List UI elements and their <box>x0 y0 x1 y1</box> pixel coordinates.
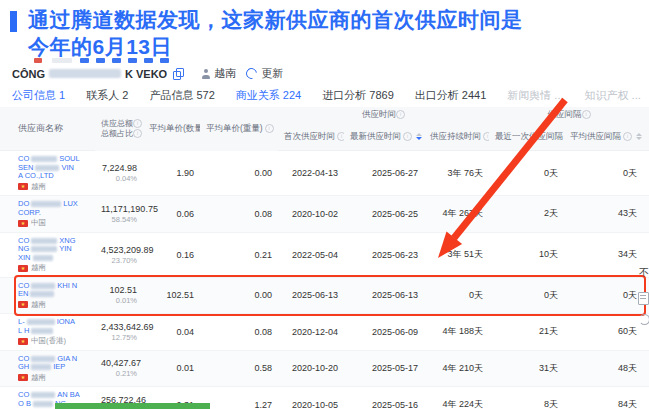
info-icon[interactable] <box>582 110 591 119</box>
supplier-name-fragment: LUX <box>63 199 78 208</box>
avg-interval-cell: 34天 <box>564 232 649 277</box>
col-header-label: 总额占比 <box>101 129 133 138</box>
country-flag-icon <box>18 374 28 381</box>
clipped-note-icon[interactable] <box>638 292 649 305</box>
country-tag: 越南 <box>18 264 89 273</box>
supplier-name-cell[interactable]: L-IONAL H中国(香港) <box>0 314 95 351</box>
country-flag-icon <box>18 338 28 345</box>
country-tag: 越南 <box>18 183 89 192</box>
recent-interval-cell: 10天 <box>489 232 564 277</box>
supplier-name-fragment: YIN <box>59 244 72 253</box>
supply-duration-cell: 4年 224天 <box>424 387 489 409</box>
supplier-name-fragment: KHI N <box>57 281 77 290</box>
refresh-label: 更新 <box>261 66 283 81</box>
latest-supply-cell: 2025-05-17 <box>344 350 424 387</box>
unit-price-qty-cell: 0.16 <box>143 232 200 277</box>
unit-price-wt-cell: 0.00 <box>200 151 278 196</box>
col-header-supply-duration[interactable]: 供应持续时间 <box>424 123 489 151</box>
unit-price-wt-cell: 0.58 <box>200 350 278 387</box>
redacted-text <box>31 283 55 289</box>
supply-total-cell: 102.510.01% <box>95 277 143 314</box>
latest-supply-cell: 2025-06-27 <box>344 151 424 196</box>
col-header-supplier-name[interactable]: 供应商名称 <box>0 107 95 151</box>
supplier-name-fragment: EN <box>18 289 28 298</box>
col-header-label: 首次供应时间 <box>284 131 335 143</box>
company-country: 越南 <box>201 66 236 81</box>
sort-carets-icon[interactable] <box>416 133 422 141</box>
unit-price-wt-cell: 0.08 <box>200 196 278 233</box>
recent-interval-cell: 31天 <box>489 350 564 387</box>
info-icon[interactable] <box>337 132 344 141</box>
info-icon[interactable] <box>483 132 489 141</box>
latest-supply-cell: 2025-05-16 <box>344 387 424 409</box>
info-icon[interactable] <box>265 124 274 133</box>
country-tag-label: 中国(香港) <box>31 337 66 346</box>
supplier-name-fragment: L H <box>18 326 29 335</box>
first-supply-cell: 2020-10-02 <box>278 196 344 233</box>
table-row[interactable]: COXNGNGYINXIN越南4,523,209.8923.70%0.160.2… <box>0 232 649 277</box>
redacted-text <box>31 364 51 370</box>
info-icon[interactable] <box>133 119 142 128</box>
redacted-text <box>31 392 55 398</box>
info-icon[interactable] <box>403 132 412 141</box>
supplier-name-fragment: CORP. <box>18 208 41 217</box>
col-header-supply-total[interactable]: 供应总额 总额占比 <box>95 107 143 151</box>
group-header-supply-interval: 供应间隔 <box>489 107 649 123</box>
table-row[interactable]: DOLUXCORP.中国11,171,190.7558.54%0.060.082… <box>0 196 649 233</box>
avg-interval-cell: 0天 <box>564 277 649 314</box>
unit-price-qty-cell: 102.51 <box>143 277 200 314</box>
table-row[interactable]: COSOULSENVINA CO.,LTD越南7,224.980.04%1.90… <box>0 151 649 196</box>
col-header-recent-interval[interactable]: 最近一次供应间隔 <box>489 123 564 151</box>
first-supply-cell: 2022-05-04 <box>278 232 344 277</box>
table-row[interactable]: COKHI NEN越南102.510.01%102.510.002025-06-… <box>0 277 649 314</box>
supply-total-cell: 40,427.670.21% <box>95 350 143 387</box>
latest-supply-cell: 2025-06-13 <box>344 277 424 314</box>
copy-icon[interactable] <box>173 68 183 79</box>
col-header-avg-interval[interactable]: 平均供应间隔 <box>564 123 649 151</box>
refresh-button[interactable]: 更新 <box>246 66 283 81</box>
recent-interval-cell: 0天 <box>489 151 564 196</box>
country-flag-icon <box>18 265 28 272</box>
latest-supply-cell: 2025-06-25 <box>344 196 424 233</box>
supply-total-cell: 2,433,642.6912.75% <box>95 314 143 351</box>
supplier-name-fragment: XIN <box>18 253 31 262</box>
first-supply-cell: 2020-12-04 <box>278 314 344 351</box>
unit-price-qty-cell: 1.90 <box>143 151 200 196</box>
sort-carets-icon[interactable] <box>636 133 642 141</box>
page-title-line1: 通过腾道数据发现，这家新供应商的首次供应时间是 <box>28 6 640 33</box>
col-header-label: 平均单价(数量) <box>149 123 200 135</box>
col-header-unit-price-wt[interactable]: 平均单价(重量) <box>200 107 278 151</box>
redacted-company-name <box>49 69 121 78</box>
info-icon[interactable] <box>623 132 632 141</box>
group-header-label: 供应间隔 <box>548 109 582 119</box>
info-icon[interactable] <box>133 129 142 138</box>
supplier-name-cell[interactable]: DOLUXCORP.中国 <box>0 196 95 233</box>
table-row[interactable]: COGIA NGHIEP越南40,427.670.21%0.010.582020… <box>0 350 649 387</box>
redacted-text <box>31 156 57 162</box>
supplier-name-cell[interactable]: COXNGNGYINXIN越南 <box>0 232 95 277</box>
recent-interval-cell: 8天 <box>489 387 564 409</box>
country-tag: 越南 <box>18 374 89 383</box>
supplier-name-cell[interactable]: COSOULSENVINA CO.,LTD越南 <box>0 151 95 196</box>
supply-total-cell: 7,224.980.04% <box>95 151 143 196</box>
supplier-name-cell[interactable]: COKHI NEN越南 <box>0 277 95 314</box>
col-header-first-supply[interactable]: 首次供应时间 <box>278 123 344 151</box>
table-row[interactable]: L-IONAL H中国(香港)2,433,642.6912.75%0.040.0… <box>0 314 649 351</box>
supplier-name-fragment: VIN <box>61 163 74 172</box>
col-header-label: 最新供应时间 <box>350 131 401 143</box>
country-flag-icon <box>18 220 28 227</box>
info-icon[interactable] <box>396 110 405 119</box>
company-name-suffix: K VEKO <box>125 68 167 80</box>
supplier-name-cell[interactable]: COGIA NGHIEP越南 <box>0 350 95 387</box>
col-header-latest-supply[interactable]: 最新供应时间 <box>344 123 424 151</box>
group-header-label: 供应时间 <box>362 109 396 119</box>
col-header-unit-price-qty[interactable]: 平均单价(数量) <box>143 107 200 151</box>
col-header-label: 供应持续时间 <box>430 131 481 143</box>
country-tag: 越南 <box>18 301 89 310</box>
country-tag-label: 越南 <box>31 183 46 192</box>
avg-interval-cell: 0天 <box>564 151 649 196</box>
redacted-text <box>31 328 53 334</box>
avg-interval-cell: 84天 <box>564 387 649 409</box>
unit-price-qty-cell: 0.04 <box>143 314 200 351</box>
avg-interval-cell: 48天 <box>564 350 649 387</box>
